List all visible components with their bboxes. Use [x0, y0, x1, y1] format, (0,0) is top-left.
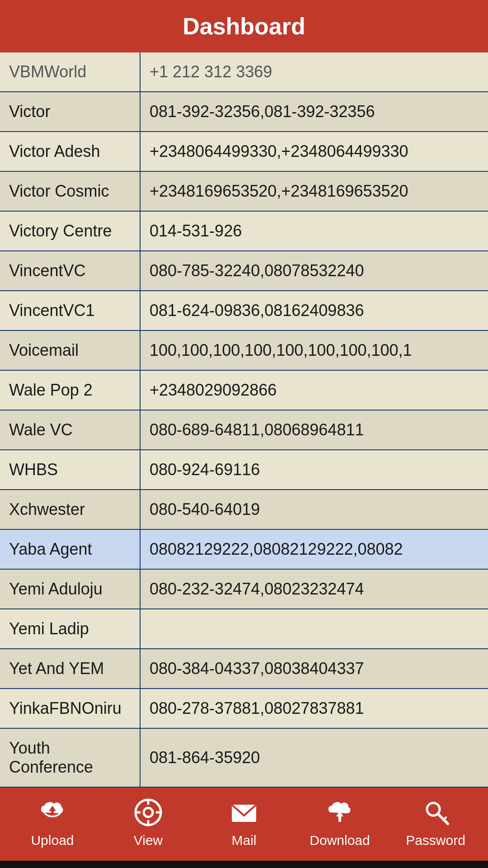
page-title: Dashboard	[183, 13, 305, 39]
contacts-table: VBMWorld+1 212 312 3369Victor081-392-323…	[0, 52, 488, 788]
table-row[interactable]: Youth Conference081-864-35920	[0, 728, 488, 787]
nav-bar	[0, 861, 488, 868]
contact-name: YinkaFBNOniru	[0, 689, 140, 728]
table-row[interactable]: Yemi Ladip	[0, 609, 488, 649]
contact-phone: 080-785-32240,08078532240	[140, 251, 488, 291]
contact-phone: 080-278-37881,08027837881	[140, 689, 488, 728]
contact-phone: 080-540-64019	[140, 490, 488, 529]
contacts-table-container: VBMWorld+1 212 312 3369Victor081-392-323…	[0, 52, 488, 788]
contact-phone: 100,100,100,100,100,100,100,100,1	[140, 330, 488, 370]
table-row[interactable]: Victory Centre014-531-926	[0, 211, 488, 251]
svg-point-5	[144, 808, 153, 817]
contact-name: Voicemail	[0, 330, 140, 370]
contact-name: Yemi Aduloju	[0, 569, 140, 609]
contact-name: Victory Centre	[0, 211, 140, 251]
password-label: Password	[406, 833, 465, 848]
contact-phone	[140, 609, 488, 649]
contact-name: Victor	[0, 92, 140, 132]
table-row[interactable]: Yemi Aduloju080-232-32474,08023232474	[0, 569, 488, 609]
table-row[interactable]: Victor Cosmic+2348169653520,+23481696535…	[0, 171, 488, 211]
download-icon	[324, 797, 356, 828]
view-button[interactable]: View	[112, 797, 184, 848]
contact-name: WHBS	[0, 450, 140, 490]
contact-phone: 08082129222,08082129222,08082	[140, 529, 488, 569]
view-icon	[132, 797, 164, 828]
contact-name: Wale VC	[0, 410, 140, 450]
contact-name: VincentVC	[0, 251, 140, 291]
upload-icon	[37, 797, 68, 828]
table-row[interactable]: Xchwester080-540-64019	[0, 490, 488, 529]
table-row[interactable]: Wale VC080-689-64811,08068964811	[0, 410, 488, 450]
table-row[interactable]: Victor Adesh+2348064499330,+234806449933…	[0, 132, 488, 171]
mail-button[interactable]: Mail	[208, 797, 280, 848]
contact-name: Yemi Ladip	[0, 609, 140, 649]
contact-name: Youth Conference	[0, 728, 140, 787]
password-button[interactable]: Password	[399, 797, 472, 848]
contact-phone: +2348169653520,+2348169653520	[140, 171, 488, 211]
table-row[interactable]: YinkaFBNOniru080-278-37881,08027837881	[0, 689, 488, 728]
contact-phone: 014-531-926	[140, 211, 488, 251]
contact-name: VBMWorld	[0, 52, 140, 92]
contact-phone: 081-392-32356,081-392-32356	[140, 92, 488, 132]
contact-phone: 080-924-69116	[140, 450, 488, 490]
contact-phone: 081-864-35920	[140, 728, 488, 787]
contact-phone: +2348029092866	[140, 370, 488, 410]
mail-label: Mail	[231, 833, 256, 848]
table-row[interactable]: WHBS080-924-69116	[0, 450, 488, 490]
contact-name: Xchwester	[0, 490, 140, 529]
table-row[interactable]: Yaba Agent08082129222,08082129222,08082	[0, 529, 488, 569]
contact-phone: 080-689-64811,08068964811	[140, 410, 488, 450]
table-row[interactable]: Voicemail100,100,100,100,100,100,100,100…	[0, 330, 488, 370]
contact-name: Victor Adesh	[0, 132, 140, 171]
contact-name: Yet And YEM	[0, 649, 140, 689]
contact-name: Yaba Agent	[0, 529, 140, 569]
table-row[interactable]: Victor081-392-32356,081-392-32356	[0, 92, 488, 132]
contact-name: Victor Cosmic	[0, 171, 140, 211]
table-row[interactable]: VBMWorld+1 212 312 3369	[0, 52, 488, 92]
svg-line-13	[438, 814, 448, 824]
contact-phone: +2348064499330,+2348064499330	[140, 132, 488, 171]
bottom-toolbar: Upload View Mail Download	[0, 788, 488, 861]
contact-name: Wale Pop 2	[0, 370, 140, 410]
download-button[interactable]: Download	[304, 797, 376, 848]
contact-phone: 080-384-04337,08038404337	[140, 649, 488, 689]
upload-label: Upload	[31, 833, 74, 848]
contact-phone: 080-232-32474,08023232474	[140, 569, 488, 609]
mail-icon	[228, 797, 260, 828]
contact-phone: +1 212 312 3369	[140, 52, 488, 92]
view-label: View	[134, 833, 163, 848]
download-label: Download	[310, 833, 370, 848]
table-row[interactable]: Yet And YEM080-384-04337,08038404337	[0, 649, 488, 689]
header: Dashboard	[0, 0, 488, 52]
table-row[interactable]: VincentVC1081-624-09836,08162409836	[0, 291, 488, 330]
password-icon	[420, 797, 451, 828]
upload-button[interactable]: Upload	[16, 797, 89, 848]
table-row[interactable]: VincentVC080-785-32240,08078532240	[0, 251, 488, 291]
table-row[interactable]: Wale Pop 2+2348029092866	[0, 370, 488, 410]
contact-name: VincentVC1	[0, 291, 140, 330]
contact-phone: 081-624-09836,08162409836	[140, 291, 488, 330]
